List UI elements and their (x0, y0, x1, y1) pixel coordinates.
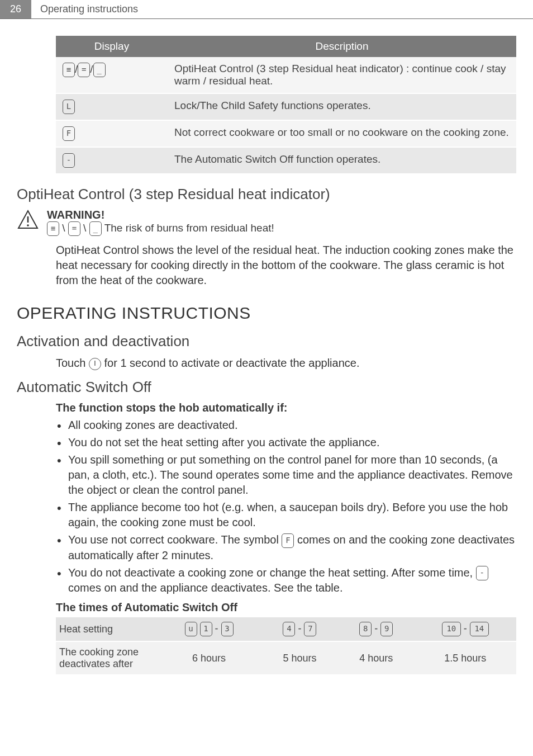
sep: - (212, 623, 221, 634)
text: for 1 second to activate or deactivate t… (101, 357, 360, 369)
list-item: You do not set the heat setting after yo… (56, 435, 516, 450)
glyph-icon: 9 (380, 622, 393, 636)
glyph-icon: ≡ (63, 63, 75, 77)
warning-icon (17, 209, 39, 236)
glyph-icon: F (63, 126, 75, 141)
glyph-icon: ≡ (47, 221, 59, 236)
page-header: 26 Operating instructions (0, 0, 533, 19)
power-icon: I (89, 358, 101, 370)
auto-off-list: All cooking zones are deactivated. You d… (56, 418, 516, 596)
sep (197, 623, 200, 634)
text: You do not deactivate a cooking zone or … (68, 566, 476, 579)
glyph-icon: 8 (359, 622, 372, 636)
warning-label: WARNING! (47, 209, 274, 221)
times-label: The times of Automatic Switch Off (56, 601, 516, 614)
warning-text: The risk of burns from residual heat! (104, 222, 274, 234)
glyph-icon: 3 (221, 622, 234, 636)
activation-title: Activation and deactivation (17, 333, 516, 350)
activation-text: Touch I for 1 second to activate or deac… (56, 356, 516, 371)
desc-cell: The Automatic Switch Off function operat… (168, 147, 516, 174)
glyph-icon: = (68, 221, 80, 236)
switch-off-times-table: Heat setting u 1 - 3 4 - 7 8 - 9 10 - 14… (56, 617, 516, 675)
glyph-icon: - (63, 153, 75, 168)
heat-setting-header: Heat setting (56, 617, 156, 641)
display-description-table: Display Description ≡/=/_ OptiHeat Contr… (56, 36, 516, 174)
range-cell: 10 - 14 (415, 617, 516, 641)
page-number-badge: 26 (0, 0, 31, 18)
value-cell: 1.5 hours (415, 641, 516, 675)
sep: - (461, 623, 470, 634)
glyph-icon: L (63, 100, 75, 114)
glyph-icon: _ (93, 63, 106, 77)
list-item: You do not deactivate a cooking zone or … (56, 565, 516, 596)
text: Touch (56, 357, 89, 369)
warning-block: WARNING! ≡ \ = \ _ The risk of burns fro… (17, 209, 516, 236)
list-item: The appliance become too hot (e.g. when,… (56, 500, 516, 530)
glyph-icon: = (78, 63, 90, 77)
text: comes on and the appliance deactivates. … (68, 582, 342, 594)
value-cell: 6 hours (156, 641, 261, 675)
desc-cell: OptiHeat Control (3 step Residual heat i… (168, 57, 516, 93)
text: You use not correct cookware. The symbol (68, 533, 282, 546)
glyph-icon: 4 (283, 622, 295, 636)
auto-off-title: Automatic Switch Off (17, 379, 516, 396)
sep: - (295, 623, 304, 634)
col-description: Description (168, 36, 516, 57)
value-cell: 5 hours (261, 641, 338, 675)
row-label: The cooking zone deactivates after (56, 641, 156, 675)
auto-off-intro: The function stops the hob automatically… (56, 401, 516, 414)
table-row: - The Automatic Switch Off function oper… (56, 147, 516, 174)
list-item: You use not correct cookware. The symbol… (56, 532, 516, 563)
list-item: You spill something or put something on … (56, 452, 516, 498)
glyph-icon: 1 (200, 622, 212, 636)
glyph-icon: 7 (304, 622, 316, 636)
optiheat-body: OptiHeat Control shows the level of the … (56, 243, 516, 288)
main-heading: OPERATING INSTRUCTIONS (17, 304, 516, 323)
sep: / (90, 63, 93, 75)
table-row: F Not correct cookware or too small or n… (56, 120, 516, 147)
glyph-icon: F (282, 533, 294, 548)
glyph-icon: - (476, 566, 488, 580)
breadcrumb: Operating instructions (31, 0, 147, 18)
table-row: ≡/=/_ OptiHeat Control (3 step Residual … (56, 57, 516, 93)
range-cell: u 1 - 3 (156, 617, 261, 641)
desc-cell: Lock/The Child Safety functions operates… (168, 93, 516, 120)
col-display: Display (56, 36, 168, 57)
desc-cell: Not correct cookware or too small or no … (168, 120, 516, 147)
glyph-icon: 14 (470, 622, 489, 636)
range-cell: 8 - 9 (338, 617, 415, 641)
optiheat-title: OptiHeat Control (3 step Residual heat i… (17, 186, 516, 203)
glyph-icon: 10 (442, 622, 461, 636)
sep: - (372, 623, 380, 634)
glyph-icon: _ (89, 221, 102, 236)
svg-point-1 (27, 224, 29, 226)
value-cell: 4 hours (338, 641, 415, 675)
glyph-icon: u (185, 622, 197, 636)
range-cell: 4 - 7 (261, 617, 338, 641)
table-row: L Lock/The Child Safety functions operat… (56, 93, 516, 120)
list-item: All cooking zones are deactivated. (56, 418, 516, 433)
